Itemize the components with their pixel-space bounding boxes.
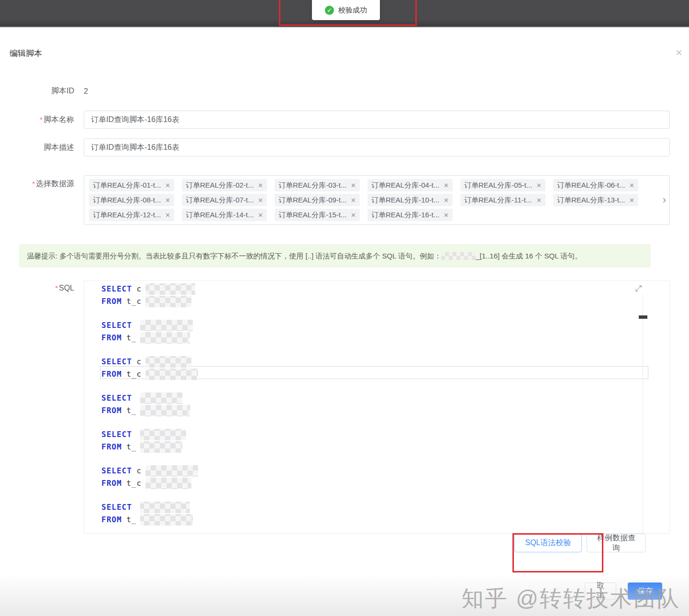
redacted-block <box>140 405 190 416</box>
cancel-button[interactable]: 取消 <box>585 582 616 600</box>
tag-remove-icon[interactable]: ✕ <box>165 212 170 219</box>
tag-remove-icon[interactable]: ✕ <box>351 182 356 189</box>
tip-text-after: _[1..16] 会生成 16 个 SQL 语句。 <box>476 252 582 260</box>
dialog-footer: 取消 保存 <box>0 582 670 600</box>
sql-statement: SELECT c FROM t_c <box>101 465 669 490</box>
tag-remove-icon[interactable]: ✕ <box>444 212 449 219</box>
required-asterisk: * <box>32 179 35 188</box>
toast-message: 校验成功 <box>338 6 367 15</box>
script-id-row: 脚本ID 2 <box>0 86 670 96</box>
dialog-title: 编辑脚本 <box>10 48 42 59</box>
script-name-input[interactable] <box>84 111 670 129</box>
sql-row: *SQL ⤢ SELECT c FROM t_c SELECT FROM t_ … <box>0 280 670 552</box>
datasource-tag: 订单REAL分库-13-t...✕ <box>553 194 638 206</box>
datasource-tag: 订单REAL分库-03-t...✕ <box>275 179 360 191</box>
close-icon[interactable]: × <box>676 47 682 58</box>
scrollbar-thumb[interactable] <box>639 315 647 319</box>
datasource-tag: 订单REAL分库-06-t...✕ <box>553 179 638 191</box>
tag-remove-icon[interactable]: ✕ <box>258 182 263 189</box>
tag-remove-icon[interactable]: ✕ <box>351 197 356 204</box>
expand-icon[interactable]: ⤢ <box>635 283 642 293</box>
redacted-block <box>140 332 190 344</box>
tag-remove-icon[interactable]: ✕ <box>165 182 170 189</box>
datasource-row: *选择数据源 订单REAL分库-01-t...✕ 订单REAL分库-02-t..… <box>0 175 670 225</box>
datasource-tag: 订单REAL分库-07-t...✕ <box>182 194 267 206</box>
sql-editor[interactable]: ⤢ SELECT c FROM t_c SELECT FROM t_ SELEC… <box>84 280 670 534</box>
datasource-tag: 订单REAL分库-04-t...✕ <box>367 179 453 191</box>
script-name-label: 脚本名称 <box>44 115 74 123</box>
sql-label: SQL <box>59 284 74 292</box>
sample-query-button[interactable]: 样例数据查询 <box>587 534 646 552</box>
sql-statement: SELECT FROM t_ <box>101 501 669 526</box>
script-desc-label: 脚本描述 <box>0 143 74 153</box>
sql-statement: SELECT FROM t_ <box>101 428 669 453</box>
sql-check-button[interactable]: SQL语法校验 <box>514 534 582 552</box>
redacted-block <box>145 465 198 477</box>
chevron-right-icon[interactable]: › <box>663 195 666 205</box>
tag-remove-icon[interactable]: ✕ <box>165 197 170 204</box>
tip-text-before: 温馨提示: 多个语句需要用分号分割。当表比较多且只有数字下标不一致的情况下，使用… <box>27 252 441 260</box>
tag-remove-icon[interactable]: ✕ <box>258 197 263 204</box>
redacted-block <box>140 514 193 526</box>
sql-statement: SELECT c FROM t_c <box>101 283 669 308</box>
scrollbar-track <box>643 294 643 533</box>
script-desc-input[interactable] <box>84 138 670 157</box>
success-toast: ✓ 校验成功 <box>312 0 380 20</box>
datasource-select[interactable]: 订单REAL分库-01-t...✕ 订单REAL分库-02-t...✕ 订单RE… <box>84 175 670 225</box>
redacted-block <box>140 441 182 453</box>
datasource-tag: 订单REAL分库-12-t...✕ <box>89 209 174 221</box>
redacted-block <box>140 392 182 404</box>
tip-banner: 温馨提示: 多个语句需要用分号分割。当表比较多且只有数字下标不一致的情况下，使用… <box>19 244 651 268</box>
datasource-tag: 订单REAL分库-09-t...✕ <box>275 194 360 206</box>
required-asterisk: * <box>55 284 58 292</box>
datasource-tag: 订单REAL分库-15-t...✕ <box>275 209 360 221</box>
tag-remove-icon[interactable]: ✕ <box>629 182 634 189</box>
tag-remove-icon[interactable]: ✕ <box>258 212 263 219</box>
tag-remove-icon[interactable]: ✕ <box>629 197 634 204</box>
tag-remove-icon[interactable]: ✕ <box>536 197 542 204</box>
datasource-tag: 订单REAL分库-10-t...✕ <box>367 194 453 206</box>
redacted-block <box>145 356 191 368</box>
tag-remove-icon[interactable]: ✕ <box>351 212 356 219</box>
datasource-tag: 订单REAL分库-16-t...✕ <box>367 209 453 221</box>
success-check-icon: ✓ <box>325 6 334 15</box>
sql-statement: SELECT FROM t_ <box>101 392 669 417</box>
datasource-tag: 订单REAL分库-02-t...✕ <box>182 179 267 191</box>
datasource-tag: 订单REAL分库-08-t...✕ <box>89 194 174 206</box>
save-button[interactable]: 保存 <box>628 582 662 600</box>
script-id-label: 脚本ID <box>0 86 74 96</box>
datasource-label: 选择数据源 <box>36 179 74 188</box>
redacted-block <box>441 252 476 260</box>
redacted-block <box>145 283 195 295</box>
tag-remove-icon[interactable]: ✕ <box>444 182 449 189</box>
redacted-block <box>145 296 191 307</box>
script-name-row: *脚本名称 <box>0 111 670 129</box>
script-desc-row: 脚本描述 <box>0 138 670 157</box>
sql-statement: SELECT FROM t_ <box>101 319 669 344</box>
required-asterisk: * <box>40 115 43 123</box>
sql-statement: SELECT c FROM t_c <box>101 356 669 381</box>
datasource-tag: 订单REAL分库-14-t...✕ <box>182 209 267 221</box>
datasource-tag: 订单REAL分库-01-t...✕ <box>89 179 174 191</box>
datasource-tag: 订单REAL分库-11-t...✕ <box>460 194 545 206</box>
datasource-tag: 订单REAL分库-05-t...✕ <box>460 179 545 191</box>
redacted-block <box>140 320 193 331</box>
dialog-body: 脚本ID 2 *脚本名称 脚本描述 *选择数据源 订单REAL分库-01-t..… <box>0 86 689 600</box>
tag-remove-icon[interactable]: ✕ <box>536 182 542 189</box>
redacted-block <box>140 429 186 440</box>
script-id-value: 2 <box>84 87 670 96</box>
redacted-block <box>140 502 190 513</box>
redacted-block <box>145 369 198 380</box>
tag-remove-icon[interactable]: ✕ <box>444 197 449 204</box>
redacted-block <box>145 478 191 489</box>
